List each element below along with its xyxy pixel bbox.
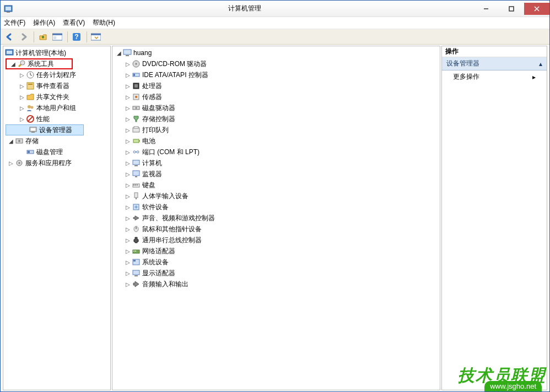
svg-rect-47 [133, 139, 139, 143]
tree-label: 存储控制器 [142, 115, 175, 124]
maximize-button[interactable] [499, 3, 524, 15]
menu-view[interactable]: 查看(V) [63, 18, 85, 28]
expand-arrow-icon[interactable]: ▷ [125, 215, 131, 221]
menu-file[interactable]: 文件(F) [4, 18, 25, 28]
expand-arrow-icon[interactable]: ▷ [125, 281, 131, 287]
expand-arrow-icon[interactable]: ▷ [19, 72, 25, 78]
device-category[interactable]: ▷电池 [112, 135, 440, 146]
device-category[interactable]: ▷音频输入和输出 [112, 279, 440, 290]
expand-arrow-icon[interactable]: ◢ [10, 61, 17, 67]
expand-arrow-icon[interactable]: ▷ [125, 226, 131, 232]
expand-arrow-icon[interactable]: ▷ [125, 248, 131, 254]
sensor-icon [132, 92, 141, 101]
expand-arrow-icon[interactable]: ▷ [125, 83, 131, 89]
tree-label: 人体学输入设备 [142, 192, 188, 201]
device-category[interactable]: ▷处理器 [112, 80, 440, 91]
show-hide-tree-button[interactable] [51, 31, 64, 43]
device-root[interactable]: ◢ huang [112, 47, 440, 58]
tree-label: 通用串行总线控制器 [142, 236, 202, 245]
device-tree-pane[interactable]: ◢ huang ▷DVD/CD-ROM 驱动器▷IDE ATA/ATAPI 控制… [112, 46, 440, 390]
device-category[interactable]: ▷软件设备 [112, 202, 440, 213]
close-button[interactable] [524, 3, 549, 15]
expand-arrow-icon[interactable]: ▷ [125, 270, 131, 276]
svg-rect-13 [91, 34, 101, 35]
menu-action[interactable]: 操作(A) [33, 18, 55, 28]
expand-arrow-icon[interactable]: ▷ [125, 149, 131, 155]
tree-services-apps[interactable]: ▷ 服务和应用程序 [3, 157, 110, 168]
svg-point-36 [136, 63, 137, 65]
svg-point-28 [18, 140, 20, 142]
tree-root[interactable]: 计算机管理(本地) [3, 47, 110, 58]
menu-help[interactable]: 帮助(H) [93, 18, 115, 28]
device-category[interactable]: ▷IDE ATA/ATAPI 控制器 [112, 69, 440, 80]
forward-button[interactable] [17, 31, 30, 43]
device-category[interactable]: ▷监视器 [112, 168, 440, 179]
expand-arrow-icon[interactable]: ▷ [19, 116, 25, 122]
up-folder-button[interactable] [36, 31, 50, 43]
actions-more[interactable]: 更多操作 ▸ [442, 70, 547, 83]
system-device-icon [132, 258, 141, 266]
actions-section[interactable]: 设备管理器 ▴ [442, 57, 547, 70]
device-category[interactable]: ▷通用串行总线控制器 [112, 235, 440, 246]
device-category[interactable]: ▷键盘 [112, 179, 440, 190]
expand-arrow-icon[interactable]: ▷ [125, 116, 131, 122]
svg-rect-15 [7, 51, 12, 54]
expand-arrow-icon[interactable]: ▷ [125, 61, 131, 67]
tree-system-tools[interactable]: ◢ 系统工具 [6, 58, 73, 69]
sound-icon [132, 214, 141, 222]
expand-arrow-icon[interactable]: ▷ [125, 138, 131, 144]
device-category[interactable]: ▷计算机 [112, 157, 440, 168]
device-category[interactable]: ▷人体学输入设备 [112, 190, 440, 202]
tree-device-manager[interactable]: 设备管理器 [6, 124, 84, 135]
device-category[interactable]: ▷DVD/CD-ROM 驱动器 [112, 58, 440, 69]
expand-arrow-icon[interactable]: ▷ [19, 83, 25, 89]
actions-section-label: 设备管理器 [446, 59, 479, 68]
expand-arrow-icon[interactable]: ◢ [8, 138, 14, 144]
expand-arrow-icon[interactable]: ▷ [125, 127, 131, 133]
device-category[interactable]: ▷打印队列 [112, 124, 440, 135]
tree-label: IDE ATA/ATAPI 控制器 [142, 70, 208, 80]
expand-arrow-icon[interactable]: ▷ [8, 160, 14, 166]
expand-arrow-icon[interactable]: ▷ [125, 171, 131, 177]
tree-storage[interactable]: ◢ 存储 [3, 135, 110, 146]
expand-arrow-icon[interactable]: ▷ [125, 72, 131, 78]
svg-rect-33 [123, 50, 131, 55]
tree-performance[interactable]: ▷ 性能 [3, 113, 110, 124]
tree-task-scheduler[interactable]: ▷ 任务计划程序 [3, 69, 110, 80]
expand-arrow-icon[interactable]: ◢ [116, 50, 122, 56]
expand-arrow-icon[interactable]: ▷ [125, 193, 131, 199]
tree-label: huang [133, 49, 152, 57]
device-category[interactable]: ▷声音、视频和游戏控制器 [112, 213, 440, 224]
device-category[interactable]: ▷存储控制器 [112, 113, 440, 124]
expand-arrow-icon[interactable]: ▷ [19, 105, 25, 111]
tree-event-viewer[interactable]: ▷ 事件查看器 [3, 80, 110, 91]
tree-local-users[interactable]: ▷ 本地用户和组 [3, 102, 110, 113]
svg-point-32 [19, 162, 20, 164]
tree-disk-management[interactable]: 磁盘管理 [3, 146, 110, 157]
tree-label: 声音、视频和游戏控制器 [142, 214, 215, 223]
device-category[interactable]: ▷鼠标和其他指针设备 [112, 224, 440, 235]
view-mode-button[interactable] [89, 31, 103, 43]
expand-arrow-icon[interactable]: ▷ [125, 237, 131, 243]
svg-rect-2 [7, 12, 10, 13]
expand-arrow-icon[interactable]: ▷ [125, 259, 131, 265]
device-category[interactable]: ▷磁盘驱动器 [112, 102, 440, 113]
minimize-button[interactable] [473, 3, 499, 15]
tree-label: DVD/CD-ROM 驱动器 [142, 59, 207, 69]
expand-arrow-icon[interactable]: ▷ [125, 94, 131, 100]
back-button[interactable] [3, 31, 16, 43]
expand-arrow-icon[interactable]: ▷ [125, 204, 131, 210]
expand-arrow-icon[interactable]: ▷ [19, 94, 25, 100]
console-tree-pane[interactable]: 计算机管理(本地) ◢ 系统工具 ▷ 任务计划程序 ▷ 事件查看器 ▷ 共享文件… [3, 46, 111, 390]
device-category[interactable]: ▷端口 (COM 和 LPT) [112, 146, 440, 157]
help-button[interactable]: ? [70, 31, 83, 43]
expand-arrow-icon[interactable]: ▷ [125, 105, 131, 111]
expand-arrow-icon[interactable]: ▷ [125, 160, 131, 166]
device-category[interactable]: ▷网络适配器 [112, 246, 440, 257]
device-category[interactable]: ▷传感器 [112, 91, 440, 102]
svg-rect-61 [136, 227, 137, 229]
device-category[interactable]: ▷系统设备 [112, 257, 440, 268]
expand-arrow-icon[interactable]: ▷ [125, 182, 131, 188]
tree-shared-folders[interactable]: ▷ 共享文件夹 [3, 91, 110, 102]
device-category[interactable]: ▷显示适配器 [112, 268, 440, 279]
